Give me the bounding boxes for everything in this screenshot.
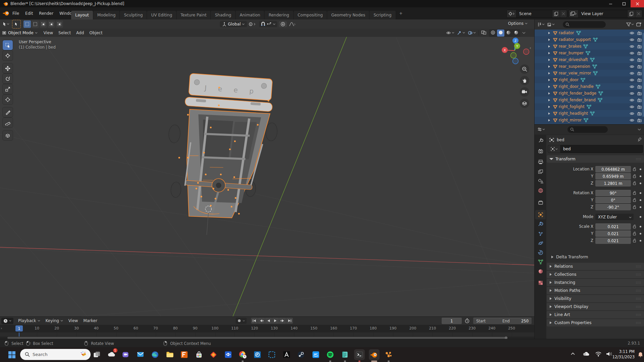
menu-file[interactable]: File: [9, 7, 22, 19]
lock-icon[interactable]: [633, 231, 637, 237]
section-collections[interactable]: Collections::::: [547, 271, 644, 278]
workspace-tab-shading[interactable]: Shading: [211, 11, 236, 19]
disclosure-triangle-icon[interactable]: [548, 79, 550, 82]
select-mode-lasso-button[interactable]: [48, 20, 55, 28]
prev-keyframe-button[interactable]: [258, 318, 265, 324]
disclosure-triangle-icon[interactable]: [548, 52, 550, 55]
properties-tab-world[interactable]: [535, 186, 546, 195]
tool-rotate-button[interactable]: [3, 74, 13, 84]
timeline-expand-icon[interactable]: ›: [1, 326, 2, 330]
disable-in-renders-toggle[interactable]: [637, 38, 642, 42]
outliner-item-name[interactable]: right_door: [559, 77, 579, 82]
disclosure-triangle-icon[interactable]: [548, 38, 550, 41]
taskbar-steam-icon[interactable]: [296, 349, 306, 360]
section-custom-properties[interactable]: Custom Properties::::: [547, 319, 644, 326]
taskbar-molecule-icon[interactable]: [383, 349, 394, 360]
disable-in-renders-toggle[interactable]: [637, 51, 642, 55]
animate-dot[interactable]: [640, 192, 641, 194]
section-motion-paths[interactable]: Motion Paths::::: [547, 287, 644, 294]
section-line-art[interactable]: Line Art::::: [547, 311, 644, 318]
outliner-row-radiator_support[interactable]: radiator_support: [535, 36, 644, 43]
next-keyframe-button[interactable]: [279, 318, 286, 324]
end-frame-field[interactable]: End 250: [499, 318, 532, 324]
object-name-input[interactable]: bed: [560, 145, 643, 153]
transform-value-field[interactable]: 0.021: [595, 230, 631, 237]
use-preview-range-toggle[interactable]: [464, 318, 470, 324]
tool-annotate-button[interactable]: [3, 107, 13, 117]
animate-dot[interactable]: [640, 233, 641, 235]
toggle-ortho-button[interactable]: [520, 99, 529, 108]
outliner-row-rear_bumper[interactable]: rear_bumper: [535, 50, 644, 56]
transform-value-field[interactable]: 0.021: [595, 238, 631, 244]
lock-icon[interactable]: [633, 174, 637, 179]
hide-in-viewport-toggle[interactable]: [630, 85, 634, 89]
animate-dot[interactable]: [640, 183, 641, 184]
snap-pivot-dropdown[interactable]: [249, 21, 257, 27]
taskbar-blender-icon[interactable]: [369, 349, 380, 360]
tray-onedrive-icon[interactable]: [583, 351, 590, 358]
disclosure-triangle-icon[interactable]: [548, 45, 550, 48]
shading-wireframe-button[interactable]: [489, 30, 497, 37]
disclosure-triangle-icon[interactable]: [548, 92, 550, 95]
lock-icon[interactable]: [633, 198, 637, 203]
transform-value-field[interactable]: 0.064862 m: [595, 166, 631, 172]
outliner-item-name[interactable]: rear_suspension: [559, 64, 590, 69]
object-id-dropdown[interactable]: [548, 145, 560, 153]
outliner-row-right_fender_badge[interactable]: right_fender_badge: [535, 90, 644, 97]
taskbar-edge-icon[interactable]: [150, 349, 160, 360]
properties-tab-tool[interactable]: [535, 136, 546, 145]
lock-icon[interactable]: [633, 205, 637, 210]
timeline-menu-keying[interactable]: Keying: [43, 317, 66, 325]
xray-toggle[interactable]: [481, 30, 487, 36]
workspace-tab-sculpting[interactable]: Sculpting: [120, 11, 147, 19]
properties-search-input[interactable]: [567, 126, 608, 133]
hide-in-viewport-toggle[interactable]: [630, 78, 634, 82]
hide-in-viewport-toggle[interactable]: [630, 98, 634, 102]
outliner-item-name[interactable]: right_mirror: [559, 118, 582, 122]
outliner-item-name[interactable]: radiator: [559, 31, 574, 35]
disable-in-renders-toggle[interactable]: [637, 98, 642, 102]
timeline-menu-marker[interactable]: Marker: [81, 317, 100, 325]
properties-tab-physics[interactable]: [535, 239, 546, 248]
unlink-scene-button[interactable]: [560, 10, 567, 17]
timeline-menu-playback[interactable]: Playback: [15, 317, 43, 325]
outliner-item-name[interactable]: right_foglight: [559, 104, 585, 109]
current-frame-line[interactable]: [19, 332, 19, 337]
outliner-row-rear_suspension[interactable]: rear_suspension: [535, 63, 644, 70]
transform-value-field[interactable]: 0.65949 m: [595, 173, 631, 179]
navigation-gizmo[interactable]: Z Y X: [502, 38, 529, 64]
taskbar-affinity-icon[interactable]: [281, 349, 292, 360]
outliner-row-right_foglight[interactable]: right_foglight: [535, 103, 644, 110]
tool-select-box-button[interactable]: [3, 40, 13, 50]
hide-in-viewport-toggle[interactable]: [630, 71, 634, 75]
workspace-tab-animation[interactable]: Animation: [236, 11, 264, 19]
disable-in-renders-toggle[interactable]: [637, 65, 642, 68]
animate-dot[interactable]: [640, 206, 641, 208]
tray-volume-icon[interactable]: [606, 351, 612, 358]
workspace-tab-rendering[interactable]: Rendering: [264, 11, 293, 19]
taskbar-myhp-icon[interactable]: [252, 349, 263, 360]
animate-dot[interactable]: [640, 175, 641, 177]
taskbar-prime-video-icon[interactable]: [310, 349, 321, 360]
viewport-3d[interactable]: J e e p: [0, 37, 534, 316]
tool-transform-button[interactable]: [3, 95, 13, 104]
select-mode-circle-button[interactable]: [40, 20, 47, 28]
animate-dot[interactable]: [640, 226, 641, 227]
current-frame-indicator[interactable]: 1: [15, 325, 23, 331]
gizmo-neg-x[interactable]: [524, 49, 529, 55]
panel-grip[interactable]: ::::: [636, 281, 641, 284]
panel-grip[interactable]: ::::: [636, 289, 641, 292]
properties-tab-view-layer[interactable]: [535, 167, 546, 176]
start-button[interactable]: [6, 349, 17, 360]
show-object-types-dropdown[interactable]: [446, 31, 455, 35]
taskbar-terminal-icon[interactable]: [354, 349, 365, 360]
animate-dot[interactable]: [640, 216, 641, 218]
transform-value-field[interactable]: 90°: [595, 190, 631, 196]
panel-grip[interactable]: ::::: [636, 157, 641, 161]
jump-to-end-button[interactable]: [286, 318, 293, 324]
properties-tab-constraints[interactable]: [535, 248, 546, 257]
workspace-tab-scripting[interactable]: Scripting: [369, 11, 396, 19]
taskbar-chrome-icon[interactable]: [237, 349, 248, 360]
hide-in-viewport-toggle[interactable]: [630, 65, 634, 68]
taskbar-notes-icon[interactable]: [340, 349, 350, 360]
